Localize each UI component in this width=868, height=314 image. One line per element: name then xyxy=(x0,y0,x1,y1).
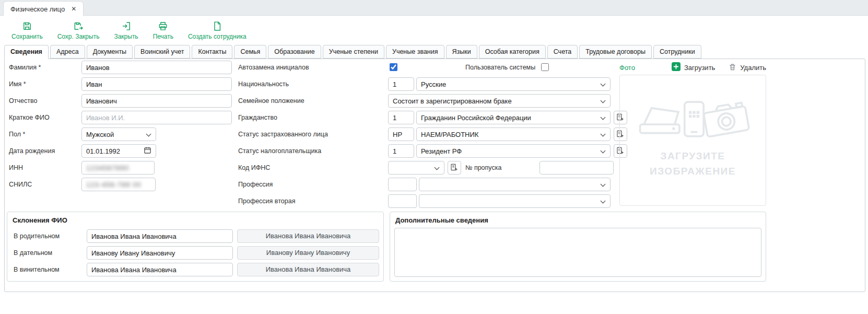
pass-number-label: № пропуска xyxy=(465,161,501,175)
tab-adresa[interactable]: Адреса xyxy=(50,45,85,59)
nationality-select[interactable]: Русские xyxy=(416,77,611,91)
tab-obrazovanie[interactable]: Образование xyxy=(268,45,321,59)
close-button-label: Закрыть xyxy=(114,33,138,40)
toolbar: Сохранить Сохр. Закрыть Закрыть Печать С… xyxy=(0,16,868,45)
delete-photo-label: Удалить xyxy=(740,64,766,72)
birth-date-value: 01.01.1992 xyxy=(86,147,120,155)
tab-dokumenty[interactable]: Документы xyxy=(87,45,133,59)
marital-status-value: Состоит в зарегистрированном браке xyxy=(393,97,512,105)
close-button[interactable]: Закрыть xyxy=(108,19,144,42)
tab-trudovye-dogovory[interactable]: Трудовые договоры xyxy=(579,45,652,59)
document-icon xyxy=(212,21,222,31)
additional-info-textarea[interactable] xyxy=(394,228,761,277)
snils-masked-value: 123-456-789 00 xyxy=(86,181,142,189)
tab-osobaya-kategoriya[interactable]: Особая категория xyxy=(479,45,546,59)
dative-input[interactable] xyxy=(87,246,233,260)
genitive-label: В родительном xyxy=(14,229,60,243)
taxpayer-status-code-input[interactable] xyxy=(388,144,414,158)
system-user-checkbox[interactable] xyxy=(541,63,549,71)
profession-label: Профессия xyxy=(238,178,273,191)
chevron-down-icon xyxy=(601,82,606,87)
tab-kontakty[interactable]: Контакты xyxy=(192,45,232,59)
nationality-code-input[interactable] xyxy=(388,77,414,91)
photo-dropzone[interactable]: ЗАГРУЗИТЕ ИЗОБРАЖЕНИЕ xyxy=(619,75,766,206)
tab-uchenye-stepeni[interactable]: Ученые степени xyxy=(323,45,384,59)
save-button-label: Сохранить xyxy=(11,33,43,40)
taxpayer-status-label: Статус налогоплательщика xyxy=(238,144,321,158)
snils-label: СНИЛС xyxy=(9,178,32,191)
tab-voinskiy-uchet[interactable]: Воинский учет xyxy=(134,45,190,59)
window-tab-close-icon[interactable]: ✕ xyxy=(71,5,76,13)
inn-input[interactable]: 1234567890 xyxy=(81,161,155,175)
upload-photo-label: Загрузить xyxy=(684,64,715,72)
save-button[interactable]: Сохранить xyxy=(5,19,49,42)
tab-uchenye-zvaniya[interactable]: Ученые звания xyxy=(386,45,444,59)
citizenship-label: Гражданство xyxy=(238,111,277,124)
insured-status-select[interactable]: НАЕМ/РАБОТНИК xyxy=(416,127,611,141)
tab-yazyki[interactable]: Языки xyxy=(446,45,477,59)
birth-date-input[interactable]: 01.01.1992 xyxy=(81,144,156,158)
short-fio-input[interactable] xyxy=(81,111,232,124)
tab-scheta[interactable]: Счета xyxy=(547,45,578,59)
gender-select[interactable]: Мужской xyxy=(81,127,156,141)
citizenship-select[interactable]: Гражданин Российской Федерации xyxy=(416,111,611,124)
taxpayer-status-select[interactable]: Резидент РФ xyxy=(416,144,611,158)
birth-date-label: Дата рождения xyxy=(9,144,55,158)
dative-label: В дательном xyxy=(14,246,52,260)
first-name-input[interactable] xyxy=(81,77,232,91)
chevron-down-icon xyxy=(601,182,606,187)
profession-code-input[interactable] xyxy=(388,178,417,191)
first-name-label: Имя * xyxy=(9,77,26,91)
genitive-input[interactable] xyxy=(87,229,233,243)
additional-info-title: Дополнительные сведения xyxy=(395,216,488,224)
chevron-down-icon xyxy=(601,132,606,137)
print-button-label: Печать xyxy=(153,33,173,40)
calendar-icon[interactable] xyxy=(144,146,151,156)
delete-photo-button[interactable]: Удалить xyxy=(729,63,766,73)
genitive-suggestion-button[interactable]: Иванова Ивана Ивановича xyxy=(237,229,379,243)
chevron-down-icon xyxy=(146,132,151,137)
photo-placeholder-line1: ЗАГРУЗИТЕ xyxy=(650,148,736,164)
accusative-label: В винительном xyxy=(14,263,60,276)
pass-number-input[interactable] xyxy=(539,161,614,175)
window-tab-strip: Физическое лицо ✕ xyxy=(0,0,868,16)
citizenship-code-input[interactable] xyxy=(388,111,414,124)
marital-status-select[interactable]: Состоит в зарегистрированном браке xyxy=(388,94,611,108)
window-tab-fizicheskoe-lico[interactable]: Физическое лицо ✕ xyxy=(3,1,84,16)
insured-status-label: Статус застрахованного лица xyxy=(238,127,328,141)
chevron-down-icon xyxy=(601,199,606,204)
profession-second-code-input[interactable] xyxy=(388,194,417,208)
auto-initials-checkbox[interactable] xyxy=(390,63,397,71)
profession-select[interactable] xyxy=(419,178,611,191)
tab-semya[interactable]: Семья xyxy=(234,45,266,59)
surname-label: Фамилия * xyxy=(9,61,41,74)
marital-status-label: Семейное положение xyxy=(238,94,304,108)
save-close-button[interactable]: Сохр. Закрыть xyxy=(51,19,106,42)
chevron-down-icon xyxy=(601,148,606,154)
ifns-code-select[interactable] xyxy=(388,161,444,175)
tab-svedeniya[interactable]: Сведения xyxy=(4,45,49,59)
additional-info-panel: Дополнительные сведения xyxy=(390,212,766,282)
inn-masked-value: 1234567890 xyxy=(86,164,129,172)
ifns-code-lookup-button[interactable] xyxy=(448,161,461,175)
save-close-button-label: Сохр. Закрыть xyxy=(57,33,100,40)
surname-input[interactable] xyxy=(81,61,232,74)
photo-placeholder-text: ЗАГРУЗИТЕ ИЗОБРАЖЕНИЕ xyxy=(650,148,736,179)
patronymic-input[interactable] xyxy=(81,94,232,108)
print-button[interactable]: Печать xyxy=(147,19,180,42)
accusative-suggestion-button[interactable]: Иванова Ивана Ивановича xyxy=(237,263,379,276)
profession-second-select[interactable] xyxy=(419,194,611,208)
create-employee-button[interactable]: Создать сотрудника xyxy=(182,19,253,42)
chevron-down-icon xyxy=(601,115,606,120)
upload-photo-button[interactable]: Загрузить xyxy=(672,62,715,73)
photo-placeholder-line2: ИЗОБРАЖЕНИЕ xyxy=(650,164,736,179)
declensions-title: Склонения ФИО xyxy=(13,216,67,224)
accusative-input[interactable] xyxy=(87,263,233,276)
gender-label: Пол * xyxy=(9,127,25,141)
insured-status-code-input[interactable] xyxy=(388,127,414,141)
dative-suggestion-button[interactable]: Иванову Ивану Ивановичу xyxy=(237,246,379,260)
exit-door-icon xyxy=(121,21,132,31)
snils-input[interactable]: 123-456-789 00 xyxy=(81,178,156,191)
tab-sotrudniki[interactable]: Сотрудники xyxy=(653,45,701,59)
insured-status-value: НАЕМ/РАБОТНИК xyxy=(421,131,478,138)
